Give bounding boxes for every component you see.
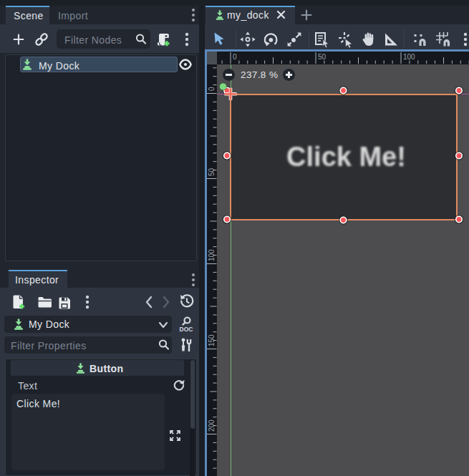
svg-text:100: 100 xyxy=(207,248,215,261)
svg-text:150: 150 xyxy=(207,334,215,346)
svg-text:DOC: DOC xyxy=(180,326,193,333)
svg-text:0: 0 xyxy=(207,87,215,91)
svg-text:100: 100 xyxy=(403,53,415,61)
svg-text:0: 0 xyxy=(233,53,237,61)
svg-text:200: 200 xyxy=(207,419,215,431)
svg-text:50: 50 xyxy=(207,167,215,176)
svg-text:50: 50 xyxy=(318,53,327,61)
